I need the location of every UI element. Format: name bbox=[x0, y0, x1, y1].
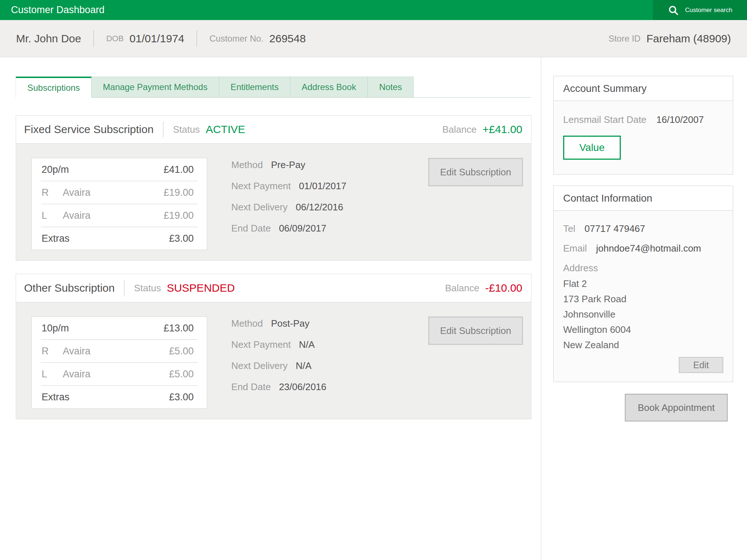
edit-contact-button[interactable]: Edit bbox=[679, 357, 723, 373]
contact-information-body: Tel 07717 479467 Email johndoe74@hotmail… bbox=[554, 211, 733, 382]
price-row: L Avaira £19.00 bbox=[32, 204, 207, 227]
detail-label: Next Payment bbox=[231, 180, 291, 191]
price-name: Extras bbox=[42, 233, 169, 244]
price-name: 10p/m bbox=[42, 323, 163, 334]
store-id-value: Fareham (48909) bbox=[646, 32, 731, 45]
subscription-card-other: Other Subscription Status SUSPENDED Bala… bbox=[16, 274, 531, 419]
address-line: Flat 2 bbox=[563, 276, 723, 291]
dob-label: DOB bbox=[106, 34, 124, 43]
status-label: Status bbox=[173, 124, 200, 135]
account-summary-body: Lensmail Start Date 16/10/2007 Value bbox=[554, 101, 733, 174]
email-value: johndoe74@hotmail.com bbox=[596, 243, 701, 254]
detail-value: N/A bbox=[296, 360, 311, 371]
lensmail-start-date-value: 16/10/2007 bbox=[657, 114, 704, 125]
customer-header: Mr. John Doe DOB 01/01/1974 Customer No.… bbox=[0, 20, 747, 57]
app-title: Customer Dashboard bbox=[0, 4, 105, 16]
customer-dashboard-app: Customer Dashboard Customer search Mr. J… bbox=[0, 0, 747, 560]
book-appointment-button[interactable]: Book Appointment bbox=[625, 394, 728, 421]
tel-value: 07717 479467 bbox=[584, 223, 645, 234]
detail-label: Next Payment bbox=[231, 339, 291, 350]
subscription-card-body: 10p/m £13.00 R Avaira £5.00 L Avaira bbox=[16, 302, 531, 419]
detail-label: End Date bbox=[231, 381, 271, 392]
detail-label: Method bbox=[231, 318, 263, 329]
detail-row: Next Delivery 06/12/2016 bbox=[231, 202, 428, 213]
price-row: R Avaira £5.00 bbox=[32, 340, 207, 362]
detail-row: Next Payment 01/01/2017 bbox=[231, 180, 428, 192]
tab-manage-payment-methods[interactable]: Manage Payment Methods bbox=[92, 77, 219, 98]
detail-row: Method Pre-Pay bbox=[231, 159, 428, 171]
detail-value: Pre-Pay bbox=[271, 159, 305, 170]
price-table: 20p/m £41.00 R Avaira £19.00 L Avaira bbox=[31, 158, 207, 250]
address-line: Wellington 6004 bbox=[563, 322, 723, 337]
customer-name: Mr. John Doe bbox=[16, 32, 81, 45]
subscription-card-body: 20p/m £41.00 R Avaira £19.00 L Avaira bbox=[16, 144, 531, 261]
subscription-card-header: Fixed Service Subscription Status ACTIVE… bbox=[16, 115, 531, 144]
detail-row: Next Payment N/A bbox=[231, 339, 428, 350]
balance-label: Balance bbox=[442, 124, 477, 135]
address-label: Address bbox=[563, 262, 723, 274]
price-amount: £3.00 bbox=[169, 233, 194, 244]
balance-label: Balance bbox=[445, 283, 479, 294]
customer-search-label: Customer search bbox=[685, 7, 732, 14]
eye-prefix: R bbox=[42, 187, 63, 198]
tab-subscriptions[interactable]: Subscriptions bbox=[16, 77, 92, 98]
address-line: 173 Park Road bbox=[563, 291, 723, 307]
edit-subscription-button[interactable]: Edit Subscription bbox=[428, 316, 523, 345]
subscription-details: Method Post-Pay Next Payment N/A Next De… bbox=[231, 316, 428, 402]
address-line: New Zealand bbox=[563, 337, 723, 353]
content: Subscriptions Manage Payment Methods Ent… bbox=[0, 57, 747, 560]
edit-button-row: Edit bbox=[563, 357, 723, 373]
customer-no-label: Customer No. bbox=[209, 34, 263, 44]
price-row: R Avaira £19.00 bbox=[32, 181, 207, 204]
divider bbox=[197, 30, 197, 47]
divider bbox=[124, 280, 124, 296]
price-row: 20p/m £41.00 bbox=[32, 158, 207, 181]
detail-label: End Date bbox=[231, 223, 271, 234]
price-name: Avaira bbox=[63, 210, 163, 221]
price-amount: £5.00 bbox=[169, 369, 194, 380]
contact-information-title: Contact Information bbox=[554, 186, 733, 211]
detail-value: 06/09/2017 bbox=[279, 223, 326, 234]
tab-notes[interactable]: Notes bbox=[368, 77, 414, 98]
price-row: Extras £3.00 bbox=[32, 386, 207, 408]
store-id-label: Store ID bbox=[608, 34, 640, 44]
subscription-card-header: Other Subscription Status SUSPENDED Bala… bbox=[16, 274, 531, 302]
eye-prefix: L bbox=[42, 210, 63, 221]
detail-label: Next Delivery bbox=[231, 360, 288, 371]
tab-address-book[interactable]: Address Book bbox=[290, 77, 368, 98]
customer-no-value: 269548 bbox=[269, 32, 306, 45]
price-name: Avaira bbox=[63, 369, 169, 380]
top-bar: Customer Dashboard Customer search bbox=[0, 0, 747, 20]
detail-row: Next Delivery N/A bbox=[231, 360, 428, 372]
subscription-details: Method Pre-Pay Next Payment 01/01/2017 N… bbox=[231, 158, 428, 244]
status-label: Status bbox=[134, 283, 161, 294]
divider bbox=[163, 121, 163, 137]
lensmail-start-date-label: Lensmail Start Date bbox=[563, 114, 646, 125]
subscription-title: Fixed Service Subscription bbox=[24, 123, 154, 136]
address-line: Johnsonville bbox=[563, 307, 723, 322]
edit-subscription-button[interactable]: Edit Subscription bbox=[428, 158, 523, 186]
price-amount: £13.00 bbox=[163, 323, 194, 334]
value-button[interactable]: Value bbox=[563, 136, 621, 160]
email-label: Email bbox=[563, 243, 587, 254]
dob-value: 01/01/1974 bbox=[129, 32, 184, 45]
price-row: 10p/m £13.00 bbox=[32, 317, 207, 339]
customer-search-button[interactable]: Customer search bbox=[653, 0, 747, 20]
status-badge: SUSPENDED bbox=[167, 282, 235, 294]
account-summary-title: Account Summary bbox=[554, 76, 733, 101]
price-amount: £19.00 bbox=[163, 187, 194, 198]
detail-row: End Date 23/06/2016 bbox=[231, 381, 428, 393]
subscription-card-fixed: Fixed Service Subscription Status ACTIVE… bbox=[16, 115, 531, 261]
tel-row: Tel 07717 479467 bbox=[563, 223, 723, 234]
account-summary-panel: Account Summary Lensmail Start Date 16/1… bbox=[553, 76, 733, 175]
detail-label: Method bbox=[231, 159, 263, 170]
price-amount: £5.00 bbox=[169, 346, 194, 357]
tab-entitlements[interactable]: Entitlements bbox=[219, 77, 290, 98]
balance-value: -£10.00 bbox=[485, 282, 522, 294]
detail-value: N/A bbox=[299, 339, 315, 350]
main-panel: Subscriptions Manage Payment Methods Ent… bbox=[0, 57, 541, 560]
contact-information-panel: Contact Information Tel 07717 479467 Ema… bbox=[553, 186, 733, 382]
eye-prefix: L bbox=[42, 369, 63, 380]
eye-prefix: R bbox=[42, 346, 63, 357]
price-name: 20p/m bbox=[42, 164, 163, 175]
